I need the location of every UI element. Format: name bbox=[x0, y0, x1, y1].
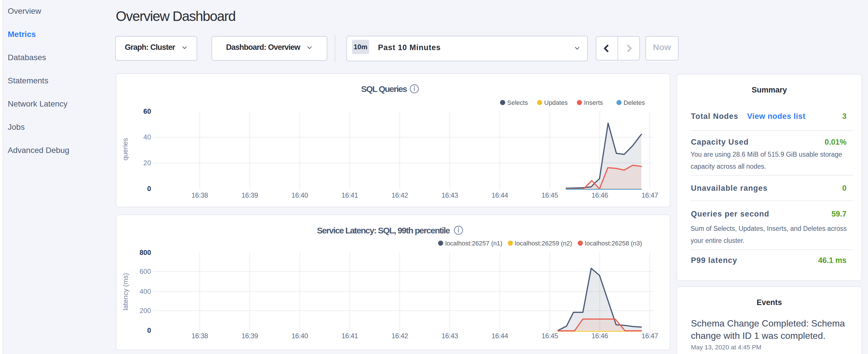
svg-text:0: 0 bbox=[147, 326, 151, 334]
svg-text:16:38: 16:38 bbox=[191, 332, 208, 340]
svg-text:400: 400 bbox=[140, 288, 151, 295]
svg-text:0: 0 bbox=[147, 185, 151, 192]
svg-text:16:44: 16:44 bbox=[492, 191, 508, 199]
svg-text:16:43: 16:43 bbox=[442, 191, 458, 199]
svg-text:16:40: 16:40 bbox=[291, 191, 308, 199]
svg-text:16:46: 16:46 bbox=[591, 332, 608, 340]
svg-text:Inserts: Inserts bbox=[584, 99, 603, 106]
svg-text:16:44: 16:44 bbox=[492, 332, 508, 340]
svg-text:16:47: 16:47 bbox=[642, 191, 658, 199]
svg-text:16:40: 16:40 bbox=[291, 332, 308, 340]
svg-text:200: 200 bbox=[140, 307, 151, 315]
svg-text:800: 800 bbox=[140, 249, 151, 256]
svg-text:16:39: 16:39 bbox=[242, 332, 258, 340]
svg-text:localhost:26259 (n2): localhost:26259 (n2) bbox=[515, 240, 572, 247]
svg-text:20: 20 bbox=[143, 159, 151, 167]
svg-text:60: 60 bbox=[143, 107, 151, 115]
svg-text:16:39: 16:39 bbox=[242, 191, 258, 199]
svg-text:queries: queries bbox=[121, 138, 129, 161]
svg-text:Selects: Selects bbox=[507, 99, 528, 106]
svg-text:40: 40 bbox=[143, 133, 151, 141]
svg-text:16:43: 16:43 bbox=[442, 332, 458, 340]
svg-text:latency (ms): latency (ms) bbox=[122, 273, 129, 311]
svg-text:16:45: 16:45 bbox=[541, 191, 558, 199]
svg-text:16:42: 16:42 bbox=[392, 332, 408, 340]
svg-text:SQL Queries: SQL Queries bbox=[361, 84, 407, 94]
svg-text:Deletes: Deletes bbox=[624, 99, 645, 106]
svg-text:Service Latency: SQL, 99th per: Service Latency: SQL, 99th percentile bbox=[317, 226, 450, 235]
svg-text:16:46: 16:46 bbox=[591, 191, 608, 199]
svg-text:16:38: 16:38 bbox=[191, 191, 208, 199]
svg-text:16:42: 16:42 bbox=[392, 191, 408, 199]
svg-text:16:45: 16:45 bbox=[541, 332, 558, 340]
svg-text:16:41: 16:41 bbox=[342, 191, 358, 199]
svg-text:600: 600 bbox=[140, 267, 151, 275]
svg-text:16:47: 16:47 bbox=[642, 332, 658, 340]
svg-text:16:41: 16:41 bbox=[342, 332, 358, 340]
svg-text:Updates: Updates bbox=[544, 99, 568, 106]
svg-text:localhost:26257 (n1): localhost:26257 (n1) bbox=[445, 240, 502, 247]
svg-text:localhost:26258 (n3): localhost:26258 (n3) bbox=[585, 240, 642, 247]
